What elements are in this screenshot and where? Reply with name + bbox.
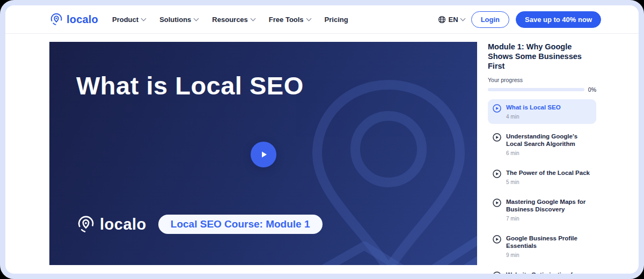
lesson-body: Website Optimization for Local Search 13… — [506, 271, 591, 279]
localo-logo-icon — [49, 12, 63, 26]
language-label: EN — [449, 16, 458, 24]
lesson-item[interactable]: What is Local SEO 4 min — [488, 99, 596, 124]
nav-item-label: Product — [112, 16, 138, 24]
top-nav: localo ProductSolutionsResourcesFree Too… — [5, 5, 639, 34]
logo-text: localo — [67, 13, 98, 26]
nav-item-free-tools[interactable]: Free Tools — [269, 16, 311, 24]
play-icon — [259, 150, 268, 159]
chevron-down-icon — [460, 16, 465, 21]
main-menu: ProductSolutionsResourcesFree ToolsPrici… — [112, 16, 348, 24]
lesson-item[interactable]: The Power of the Local Pack 5 min — [488, 165, 596, 189]
chevron-down-icon — [194, 16, 199, 21]
nav-right: EN Login Save up to 40% now — [438, 11, 601, 28]
play-circle-icon — [493, 271, 501, 279]
progress-bar — [488, 88, 584, 91]
localo-logo-icon-white — [76, 215, 96, 234]
progress-label: Your progress — [488, 77, 596, 83]
promo-cta-button[interactable]: Save up to 40% now — [516, 11, 601, 28]
lesson-title: The Power of the Local Pack — [506, 169, 590, 177]
lesson-item[interactable]: Understanding Google's Local Search Algo… — [488, 128, 596, 160]
course-sidebar: Module 1: Why Google Shows Some Business… — [488, 42, 596, 279]
progress-row: 0% — [488, 86, 596, 93]
course-badge: Local SEO Course: Module 1 — [158, 215, 323, 234]
lesson-title: Mastering Google Maps for Business Disco… — [506, 198, 591, 213]
nav-item-label: Resources — [212, 16, 247, 24]
lesson-duration: 4 min — [506, 114, 561, 120]
nav-item-label: Solutions — [159, 16, 191, 24]
play-circle-icon — [493, 133, 501, 144]
lesson-duration: 6 min — [506, 150, 591, 156]
lesson-duration: 5 min — [506, 179, 590, 185]
video-footer: localo Local SEO Course: Module 1 — [76, 215, 323, 234]
nav-item-pricing[interactable]: Pricing — [325, 16, 348, 24]
lesson-title: Google Business Profile Essentials — [506, 234, 591, 249]
lesson-title: Website Optimization for Local Search — [506, 271, 591, 279]
play-button[interactable] — [251, 142, 276, 167]
lesson-item[interactable]: Mastering Google Maps for Business Disco… — [488, 194, 596, 226]
progress-value: 0% — [588, 86, 596, 93]
lesson-item[interactable]: Website Optimization for Local Search 13… — [488, 267, 596, 279]
lesson-body: Understanding Google's Local Search Algo… — [506, 133, 591, 156]
play-circle-icon — [493, 235, 501, 246]
lesson-body: What is Local SEO 4 min — [506, 104, 561, 120]
nav-item-solutions[interactable]: Solutions — [159, 16, 198, 24]
chevron-down-icon — [250, 16, 255, 21]
lesson-title: Understanding Google's Local Search Algo… — [506, 133, 591, 148]
play-circle-icon — [493, 170, 501, 180]
module-title: Module 1: Why Google Shows Some Business… — [488, 42, 596, 71]
lesson-item[interactable]: Google Business Profile Essentials 9 min — [488, 230, 596, 262]
lesson-list: What is Local SEO 4 min Understanding Go… — [488, 99, 596, 279]
language-selector[interactable]: EN — [438, 16, 465, 24]
lesson-body: Google Business Profile Essentials 9 min — [506, 234, 591, 258]
lesson-duration: 9 min — [506, 252, 591, 258]
play-circle-icon — [493, 199, 501, 209]
browser-frame: localo ProductSolutionsResourcesFree Too… — [0, 0, 644, 279]
nav-item-label: Free Tools — [269, 16, 304, 24]
video-title: What is Local SEO — [76, 70, 323, 102]
chevron-down-icon — [141, 16, 147, 21]
play-circle-icon — [493, 104, 501, 115]
lesson-body: The Power of the Local Pack 5 min — [506, 169, 590, 185]
nav-item-product[interactable]: Product — [112, 16, 145, 24]
nav-item-label: Pricing — [325, 16, 348, 24]
globe-icon — [438, 16, 446, 24]
lesson-title: What is Local SEO — [506, 104, 561, 111]
page-content: What is Local SEO localo Local SEO Cours — [5, 34, 639, 279]
chevron-down-icon — [306, 16, 311, 21]
lesson-duration: 7 min — [506, 216, 591, 222]
logo[interactable]: localo — [49, 12, 98, 26]
login-button[interactable]: Login — [471, 11, 509, 28]
video-player[interactable]: What is Local SEO localo Local SEO Cours — [49, 42, 477, 265]
lesson-body: Mastering Google Maps for Business Disco… — [506, 198, 591, 222]
video-logo: localo — [76, 215, 147, 234]
video-logo-text: localo — [100, 216, 147, 233]
nav-item-resources[interactable]: Resources — [212, 16, 254, 24]
